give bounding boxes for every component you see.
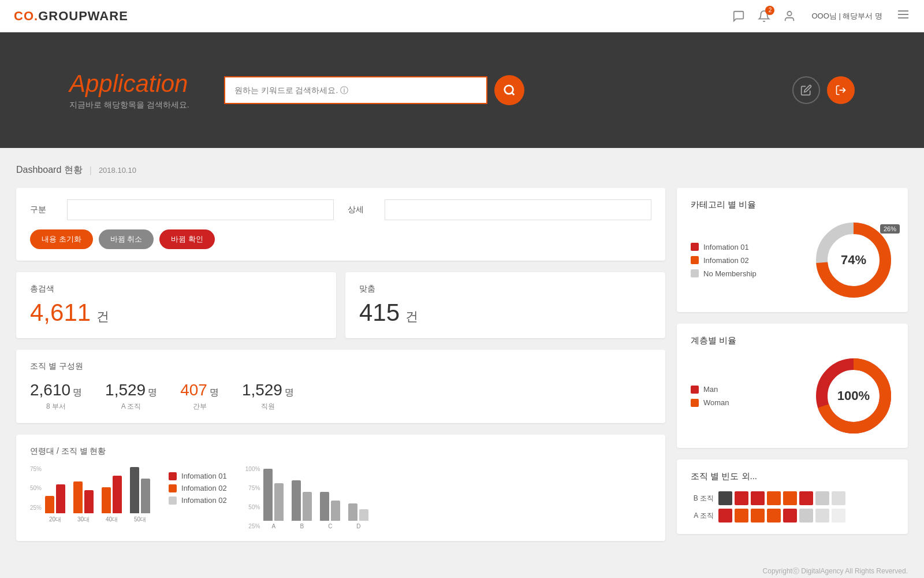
cell-1-4 bbox=[783, 509, 797, 523]
age-group-D: D bbox=[348, 503, 368, 529]
app-title: Application bbox=[69, 70, 189, 98]
cell-1-2 bbox=[751, 509, 765, 523]
age-group-B: B bbox=[292, 480, 312, 529]
y2-label-75: 75% bbox=[245, 485, 260, 491]
gen-legend-dot-1 bbox=[691, 399, 699, 407]
y-label-50: 50% bbox=[30, 485, 42, 491]
age-org-chart-title: 연령대 / 조직 별 현황 bbox=[30, 446, 651, 457]
logout-button[interactable] bbox=[827, 76, 855, 104]
bar-20-2 bbox=[56, 484, 65, 513]
btn-confirm[interactable]: 바뀜 확인 bbox=[159, 229, 215, 249]
bar-20-1 bbox=[45, 496, 54, 513]
age-label-50: 50대 bbox=[134, 516, 146, 524]
user-info: OOO님 | 해당부서 명 bbox=[811, 11, 882, 21]
total-search-label: 총검색 bbox=[30, 284, 322, 294]
member-desc-1: A 조직 bbox=[105, 402, 157, 412]
app-subtitle: 지금바로 해당항목을 검색하세요. bbox=[69, 100, 189, 110]
user-icon[interactable] bbox=[781, 8, 798, 24]
cell-0-2 bbox=[751, 491, 765, 505]
notification-icon[interactable]: 2 bbox=[756, 8, 772, 24]
custom-search-card: 맞춤 415 건 bbox=[345, 272, 665, 338]
members-stats: 2,610 명 8 부서 1,529 명 A 조직 bbox=[30, 381, 651, 412]
y2-label-100: 100% bbox=[245, 466, 260, 472]
bar-B-2 bbox=[303, 492, 312, 521]
filter-input-1[interactable] bbox=[67, 199, 334, 220]
legend-dot-1 bbox=[169, 484, 177, 492]
cat-legend-label-0: Infomation 01 bbox=[703, 243, 749, 251]
separator: | bbox=[90, 165, 92, 176]
donut-center-1: 74% bbox=[841, 253, 866, 268]
right-column: 카테고리 별 비율 Infomation 01 Infomation 02 bbox=[677, 188, 908, 541]
bar-D-2 bbox=[359, 509, 368, 521]
cat-legend-dot-2 bbox=[691, 269, 699, 277]
bar-40-1 bbox=[102, 487, 111, 513]
bar-C-1 bbox=[320, 492, 329, 521]
search-input[interactable] bbox=[224, 76, 487, 104]
filter-btn-group: 내용 초기화 바뀜 취소 바뀜 확인 bbox=[30, 229, 651, 249]
age-group-50: 50대 bbox=[130, 467, 150, 524]
gen-legend-1: Woman bbox=[691, 398, 729, 407]
cat-legend-dot-1 bbox=[691, 256, 699, 264]
chat-icon[interactable] bbox=[731, 8, 747, 24]
legend-item-0: Infomation 01 bbox=[169, 472, 227, 480]
footer: Copyrightⓒ DigitalAgency All Rights Reve… bbox=[0, 557, 924, 578]
cell-0-5 bbox=[799, 491, 813, 505]
search-button[interactable] bbox=[494, 75, 524, 105]
cell-0-3 bbox=[767, 491, 781, 505]
gen-legend-label-1: Woman bbox=[703, 398, 729, 407]
bar-label-D: D bbox=[356, 523, 360, 529]
btn-reset[interactable]: 내용 초기화 bbox=[30, 229, 93, 249]
cat-legend-label-2: No Membership bbox=[703, 269, 757, 278]
custom-search-unit: 건 bbox=[405, 308, 418, 325]
filter-row: 구분 상세 bbox=[30, 199, 651, 220]
y-label-75: 75% bbox=[30, 466, 42, 472]
bar-label-B: B bbox=[300, 523, 304, 529]
hamburger-menu-icon[interactable] bbox=[896, 8, 910, 24]
member-value-1: 1,529 bbox=[105, 381, 146, 399]
total-search-value: 4,611 bbox=[30, 299, 91, 327]
member-item-1: 1,529 명 A 조직 bbox=[105, 381, 157, 412]
cell-0-0 bbox=[718, 491, 732, 505]
total-search-unit: 건 bbox=[96, 308, 109, 325]
filter-input-2[interactable] bbox=[385, 199, 651, 220]
bar-label-A: A bbox=[272, 523, 276, 529]
cell-0-6 bbox=[815, 491, 829, 505]
bar-A-1 bbox=[263, 469, 273, 521]
bar-D-1 bbox=[348, 503, 357, 521]
gender-legend: Man Woman bbox=[691, 385, 729, 407]
bar-label-C: C bbox=[328, 523, 332, 529]
age-label-30: 30대 bbox=[77, 516, 90, 524]
org-freq-title: 조직 별 빈도 외... bbox=[691, 471, 894, 482]
age-group-30: 30대 bbox=[73, 481, 94, 524]
filter-label-1: 구분 bbox=[30, 205, 53, 215]
footer-text: Copyrightⓒ DigitalAgency All Rights Reve… bbox=[763, 567, 908, 575]
donut-chart-2: 100% bbox=[813, 355, 894, 436]
svg-point-4 bbox=[504, 86, 513, 94]
age-group-40: 40대 bbox=[102, 476, 122, 524]
members-label: 조직 별 구성원 bbox=[30, 361, 651, 372]
member-desc-0: 8 부서 bbox=[30, 402, 82, 412]
bar-30-1 bbox=[73, 481, 83, 513]
dashboard-title: Dashboard 현황 bbox=[16, 164, 83, 176]
gender-ratio-card: 계층별 비율 Man Woman bbox=[677, 324, 908, 448]
cell-0-1 bbox=[735, 491, 748, 505]
member-unit-0: 명 bbox=[73, 387, 82, 399]
member-item-0: 2,610 명 8 부서 bbox=[30, 381, 82, 412]
gen-legend-dot-0 bbox=[691, 386, 699, 394]
y2-label-50: 50% bbox=[245, 504, 260, 510]
svg-point-0 bbox=[788, 11, 792, 15]
cat-legend-0: Infomation 01 bbox=[691, 243, 757, 251]
edit-button[interactable] bbox=[792, 76, 820, 104]
members-card: 조직 별 구성원 2,610 명 8 부서 1,529 명 bbox=[16, 350, 665, 423]
age-group-A: A bbox=[263, 469, 284, 529]
custom-search-label: 맞춤 bbox=[359, 284, 651, 294]
heatmap-label-0: B 조직 bbox=[691, 494, 714, 503]
age-org-chart-card: 연령대 / 조직 별 현황 75% 50% 25% bbox=[16, 435, 665, 541]
btn-cancel[interactable]: 바뀜 취소 bbox=[99, 229, 154, 249]
cell-1-0 bbox=[718, 509, 732, 523]
cell-1-5 bbox=[799, 509, 813, 523]
main-content: Dashboard 현황 | 2018.10.10 구분 상세 내용 초기화 바… bbox=[0, 148, 924, 557]
stats-row: 총검색 4,611 건 맞춤 415 건 bbox=[16, 272, 665, 338]
member-unit-2: 명 bbox=[210, 387, 219, 399]
grid-layout: 구분 상세 내용 초기화 바뀜 취소 바뀜 확인 총검색 4,611 bbox=[16, 188, 908, 541]
